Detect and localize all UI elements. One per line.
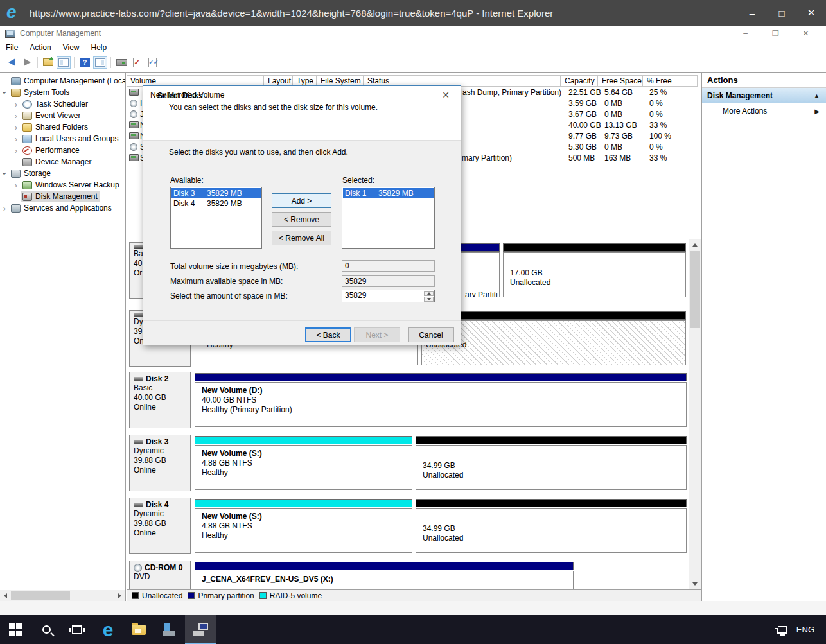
scroll-left-button[interactable] — [0, 590, 11, 601]
language-indicator[interactable]: ENG — [796, 625, 814, 634]
available-listbox[interactable]: Disk 3 35829 MB Disk 4 35829 MB — [170, 187, 262, 249]
tree-item-local-users-groups[interactable]: › Local Users and Groups — [0, 133, 126, 144]
tree-item-event-viewer[interactable]: › Event Viewer — [0, 110, 126, 121]
disk3-volume-body[interactable]: New Volume (S:) 4.88 GB NTFS Healthy — [195, 445, 412, 490]
chevron-down-icon[interactable]: › — [0, 169, 10, 178]
file-explorer-button[interactable] — [123, 615, 154, 644]
disk2-partition-body[interactable]: New Volume (D:) 40.00 GB NTFS Healthy (P… — [195, 382, 687, 427]
scroll-right-button[interactable] — [114, 590, 125, 601]
dialog-close-button[interactable]: ✕ — [435, 86, 457, 104]
scroll-up-button[interactable] — [689, 239, 701, 250]
tree-item-services-applications[interactable]: › Services and Applications — [0, 202, 126, 214]
scroll-down-button[interactable] — [689, 579, 701, 589]
available-item-disk3[interactable]: Disk 3 35829 MB — [171, 188, 261, 198]
tree-item-task-scheduler[interactable]: › Task Scheduler — [0, 98, 126, 110]
check-disk-button[interactable]: ✓ — [130, 56, 144, 69]
tree-item-windows-server-backup[interactable]: › Windows Server Backup — [0, 179, 126, 191]
column-header-free-space[interactable]: Free Space — [598, 75, 643, 87]
disk2-header[interactable]: Disk 2 Basic 40.00 GB Online — [129, 372, 191, 428]
spin-down-button[interactable] — [424, 297, 434, 302]
cdrom0-media-body[interactable]: J_CENA_X64FREV_EN-US_DV5 (X:) — [195, 571, 574, 589]
app-close-button[interactable]: ✕ — [791, 26, 821, 41]
cdrom0-media[interactable]: J_CENA_X64FREV_EN-US_DV5 (X:) — [195, 561, 574, 589]
column-header-capacity[interactable]: Capacity — [561, 75, 598, 87]
chevron-right-icon[interactable]: › — [12, 146, 21, 155]
tree-item-system-tools[interactable]: › System Tools — [0, 87, 126, 98]
disk0-unallocated-body[interactable]: 17.00 GB Unallocated — [503, 252, 686, 297]
task-list-button[interactable]: ✓✓ — [145, 56, 159, 69]
chevron-right-icon[interactable]: › — [12, 123, 21, 132]
forward-button[interactable] — [20, 56, 34, 69]
disk-view-scrollbar[interactable] — [689, 239, 701, 589]
cancel-button[interactable]: Cancel — [408, 327, 454, 342]
disk4-raid5-volume[interactable]: New Volume (S:) 4.88 GB NTFS Healthy — [195, 498, 412, 554]
menu-action[interactable]: Action — [24, 42, 57, 53]
remove-all-button[interactable]: < Remove All — [272, 231, 331, 245]
back-button[interactable]: < Back — [305, 327, 351, 342]
app-maximize-button[interactable]: ❐ — [760, 26, 791, 41]
disk4-unallocated-body[interactable]: 34.99 GB Unallocated — [416, 508, 687, 553]
server-manager-button[interactable] — [154, 615, 185, 644]
chevron-right-icon[interactable]: › — [12, 111, 21, 121]
tree-item-storage[interactable]: › Storage — [0, 168, 126, 179]
browser-maximize-button[interactable]: □ — [767, 0, 796, 26]
chevron-right-icon[interactable]: › — [0, 204, 9, 213]
tree-item-performance[interactable]: › Performance — [0, 144, 126, 156]
actions-group-disk-management[interactable]: Disk Management ▲ — [702, 88, 826, 103]
network-icon[interactable] — [777, 626, 787, 634]
chevron-right-icon[interactable]: › — [12, 180, 21, 190]
amount-input[interactable]: 35829 — [342, 290, 435, 302]
tree-item-computer-management[interactable]: Computer Management (Local — [0, 75, 126, 87]
available-item-disk4[interactable]: Disk 4 35829 MB — [171, 198, 261, 209]
spin-up-button[interactable] — [424, 291, 434, 296]
next-button[interactable]: Next > — [354, 327, 400, 342]
back-button[interactable] — [4, 56, 19, 69]
disk4-header[interactable]: Disk 4 Dynamic 39.88 GB Online — [129, 498, 191, 554]
internet-explorer-button[interactable]: e — [92, 615, 123, 644]
menu-help[interactable]: Help — [85, 42, 113, 53]
task-scheduler-icon — [22, 100, 32, 109]
more-actions-item[interactable]: More Actions ▶ — [702, 103, 826, 119]
disk4-volume-body[interactable]: New Volume (S:) 4.88 GB NTFS Healthy — [195, 508, 412, 553]
task-view-button[interactable] — [62, 615, 92, 644]
app-minimize-button[interactable]: – — [730, 26, 760, 41]
help-button[interactable]: ? — [78, 56, 92, 69]
computer-management-taskbar-button[interactable] — [185, 615, 216, 644]
selected-item-disk1[interactable]: Disk 1 35829 MB — [343, 188, 434, 198]
actions-pane: Actions Disk Management ▲ More Actions ▶ — [701, 73, 826, 601]
disk4-unallocated[interactable]: 34.99 GB Unallocated — [416, 498, 687, 554]
browser-minimize-button[interactable]: – — [737, 0, 767, 26]
total-size-label: Total volume size in megabytes (MB): — [170, 262, 298, 271]
disk3-header[interactable]: Disk 3 Dynamic 39.88 GB Online — [129, 435, 191, 491]
selected-listbox[interactable]: Disk 1 35829 MB — [342, 187, 435, 249]
add-button[interactable]: Add > — [272, 193, 331, 208]
chevron-right-icon[interactable]: › — [12, 134, 21, 144]
disk2-partition[interactable]: New Volume (D:) 40.00 GB NTFS Healthy (P… — [195, 372, 687, 428]
tree-item-device-manager[interactable]: Device Manager — [0, 156, 126, 168]
tree-horizontal-scrollbar[interactable] — [0, 590, 125, 601]
collapse-icon[interactable]: ▲ — [814, 92, 820, 99]
cd-volume-icon — [130, 110, 137, 118]
menu-file[interactable]: File — [0, 42, 24, 53]
remove-button[interactable]: < Remove — [272, 212, 331, 227]
tree-item-disk-management[interactable]: Disk Management — [0, 191, 126, 202]
search-button[interactable] — [31, 615, 62, 644]
browser-close-button[interactable]: ✕ — [796, 0, 826, 26]
disk3-unallocated[interactable]: 34.99 GB Unallocated — [416, 435, 687, 491]
tree-item-shared-folders[interactable]: › Shared Folders — [0, 121, 126, 133]
disk-properties-button[interactable] — [114, 56, 128, 69]
scrollbar-thumb[interactable] — [11, 591, 70, 600]
chevron-right-icon[interactable]: › — [12, 100, 21, 109]
disk3-raid5-volume[interactable]: New Volume (S:) 4.88 GB NTFS Healthy — [195, 435, 412, 491]
chevron-down-icon[interactable]: › — [0, 88, 10, 97]
up-level-button[interactable] — [41, 56, 55, 69]
scrollbar-thumb[interactable] — [690, 251, 700, 328]
show-action-pane-button[interactable] — [93, 56, 107, 69]
menu-view[interactable]: View — [57, 42, 85, 53]
disk0-unallocated[interactable]: 17.00 GB Unallocated — [503, 242, 686, 299]
column-header-pct-free[interactable]: % Free — [643, 75, 698, 87]
start-button[interactable] — [0, 615, 31, 644]
disk3-unallocated-body[interactable]: 34.99 GB Unallocated — [416, 445, 687, 490]
show-console-tree-button[interactable] — [57, 56, 71, 69]
cdrom0-header[interactable]: CD-ROM 0 DVD — [129, 561, 191, 589]
